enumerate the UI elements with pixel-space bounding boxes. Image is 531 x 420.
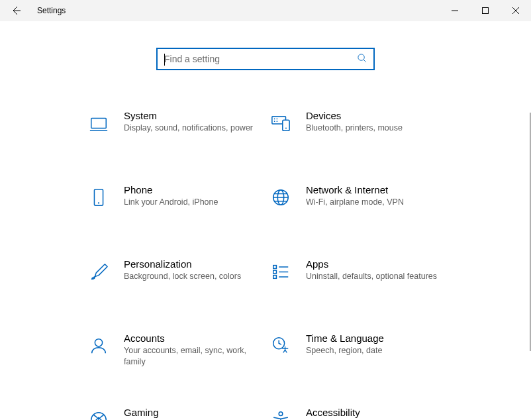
tile-title: Devices xyxy=(306,110,438,121)
svg-point-5 xyxy=(277,119,278,120)
tile-text: Personalization Background, lock screen,… xyxy=(124,258,262,282)
svg-point-9 xyxy=(285,128,287,129)
accounts-icon xyxy=(87,334,111,358)
search-input[interactable] xyxy=(164,54,357,64)
tile-devices[interactable]: Devices Bluetooth, printers, mouse xyxy=(269,110,444,146)
tile-text: System Display, sound, notifications, po… xyxy=(124,110,262,134)
tile-desc: Display, sound, notifications, power xyxy=(124,123,256,134)
svg-point-17 xyxy=(95,339,102,346)
tile-phone[interactable]: Phone Link your Android, iPhone xyxy=(87,184,262,220)
window-controls xyxy=(440,0,531,21)
svg-rect-8 xyxy=(283,120,289,131)
tile-gaming[interactable]: Gaming Xbox Game Bar, captures, Game xyxy=(87,407,262,420)
tile-personalization[interactable]: Personalization Background, lock screen,… xyxy=(87,258,262,294)
svg-point-7 xyxy=(277,121,278,122)
maximize-icon xyxy=(482,7,489,14)
search-box[interactable] xyxy=(156,48,375,70)
svg-rect-0 xyxy=(483,8,489,14)
tile-accessibility[interactable]: Accessibility Narrator, magnifier, high xyxy=(269,407,444,420)
tile-title: Apps xyxy=(306,258,438,270)
globe-icon xyxy=(269,185,293,209)
close-icon xyxy=(512,7,519,14)
tile-title: Phone xyxy=(124,184,256,195)
titlebar-left: Settings xyxy=(0,0,66,21)
tile-title: Time & Language xyxy=(306,333,438,344)
phone-icon xyxy=(87,185,111,209)
tile-time-language[interactable]: Time & Language Speech, region, date xyxy=(269,333,444,368)
tile-system[interactable]: System Display, sound, notifications, po… xyxy=(87,110,262,146)
tile-accounts[interactable]: Accounts Your accounts, email, sync, wor… xyxy=(87,333,262,368)
apps-list-icon xyxy=(269,260,293,284)
minimize-icon xyxy=(452,7,458,14)
tile-text: Gaming Xbox Game Bar, captures, Game xyxy=(124,407,262,420)
text-cursor xyxy=(164,54,165,66)
xbox-icon xyxy=(87,408,111,420)
tile-text: Network & Internet Wi-Fi, airplane mode,… xyxy=(306,184,444,208)
tile-text: Accessibility Narrator, magnifier, high xyxy=(306,407,444,420)
tile-title: System xyxy=(124,110,256,121)
svg-rect-14 xyxy=(273,266,277,269)
svg-rect-16 xyxy=(273,276,277,279)
tile-desc: Link your Android, iPhone xyxy=(124,197,256,208)
accessibility-icon xyxy=(269,408,293,420)
tile-text: Apps Uninstall, defaults, optional featu… xyxy=(306,258,444,282)
system-icon xyxy=(87,111,111,135)
svg-rect-15 xyxy=(273,270,277,274)
tile-desc: Speech, region, date xyxy=(306,345,438,356)
tile-text: Accounts Your accounts, email, sync, wor… xyxy=(124,333,262,368)
svg-rect-2 xyxy=(91,119,107,129)
content-area: System Display, sound, notifications, po… xyxy=(0,21,531,420)
paintbrush-icon xyxy=(87,260,111,284)
tile-text: Time & Language Speech, region, date xyxy=(306,333,444,356)
tile-desc: Bluetooth, printers, mouse xyxy=(306,123,438,134)
search-icon xyxy=(357,53,367,66)
minimize-button[interactable] xyxy=(440,0,470,21)
tile-desc: Wi-Fi, airplane mode, VPN xyxy=(306,197,438,208)
svg-point-4 xyxy=(274,119,275,120)
time-language-icon xyxy=(269,334,293,358)
devices-icon xyxy=(269,111,293,135)
svg-point-1 xyxy=(358,54,364,60)
settings-grid: System Display, sound, notifications, po… xyxy=(87,110,444,420)
back-arrow-icon xyxy=(11,5,21,16)
tile-network[interactable]: Network & Internet Wi-Fi, airplane mode,… xyxy=(269,184,444,220)
tile-apps[interactable]: Apps Uninstall, defaults, optional featu… xyxy=(269,258,444,294)
close-button[interactable] xyxy=(501,0,531,21)
tile-title: Accessibility xyxy=(306,407,438,418)
tile-title: Gaming xyxy=(124,407,256,418)
back-button[interactable] xyxy=(5,0,26,21)
svg-point-6 xyxy=(274,121,275,122)
tile-text: Phone Link your Android, iPhone xyxy=(124,184,262,208)
window-title: Settings xyxy=(37,6,66,15)
svg-point-20 xyxy=(279,412,283,416)
maximize-button[interactable] xyxy=(470,0,501,21)
tile-title: Personalization xyxy=(124,258,256,270)
tile-desc: Your accounts, email, sync, work, family xyxy=(124,345,256,368)
tile-text: Devices Bluetooth, printers, mouse xyxy=(306,110,444,134)
tile-title: Accounts xyxy=(124,333,256,344)
tile-desc: Background, lock screen, colors xyxy=(124,271,256,282)
tile-title: Network & Internet xyxy=(306,184,438,195)
tile-desc: Uninstall, defaults, optional features xyxy=(306,271,438,282)
search-container xyxy=(0,48,531,70)
svg-point-11 xyxy=(98,202,99,203)
titlebar: Settings xyxy=(0,0,531,21)
